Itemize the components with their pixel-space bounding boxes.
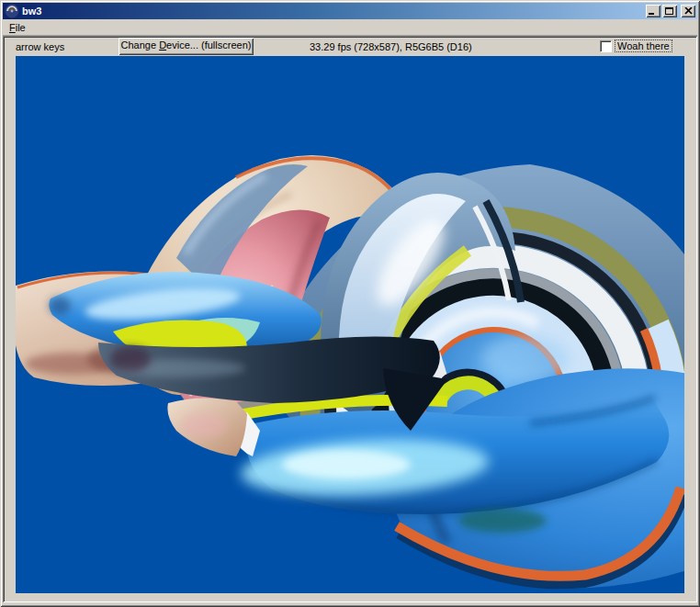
render-canvas[interactable] (16, 56, 684, 593)
fps-stats: 33.29 fps (728x587), R5G6B5 (D16) (310, 41, 472, 52)
menu-file[interactable]: File (4, 20, 31, 35)
change-device-button[interactable]: Change Device... (fullscreen) (119, 38, 254, 55)
woah-there-checkbox[interactable] (600, 40, 612, 52)
maximize-button[interactable] (662, 5, 677, 17)
window-title: bw3 (22, 6, 644, 17)
toolbar: arrow keys Change Device... (fullscreen)… (5, 38, 695, 56)
close-button[interactable] (681, 5, 695, 17)
client-area: arrow keys Change Device... (fullscreen)… (3, 36, 697, 602)
titlebar: bw3 (3, 3, 697, 19)
arrow-keys-hint: arrow keys (16, 41, 64, 52)
render-viewport (5, 56, 695, 601)
woah-there-checkbox-label[interactable]: Woah there (615, 39, 672, 52)
swirl-shell-model (16, 56, 684, 593)
shell-swirl-icon (5, 4, 19, 18)
close-icon (684, 7, 693, 15)
minimize-icon (649, 13, 654, 15)
maximize-icon (665, 7, 673, 15)
menubar: File (3, 19, 697, 36)
app-window: bw3 File arrow keys Change Device... (fu… (0, 0, 700, 607)
minimize-button[interactable] (646, 5, 660, 17)
